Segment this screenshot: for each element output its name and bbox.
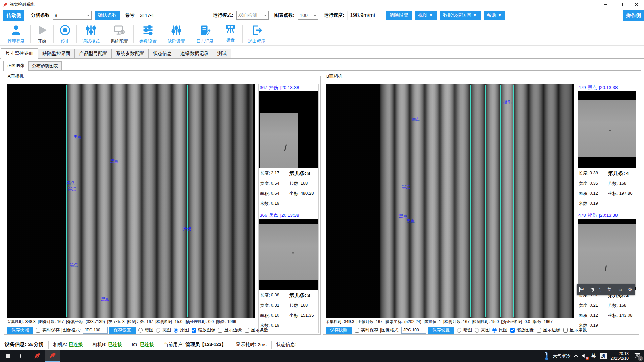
- dark-image-radio[interactable]: [457, 328, 461, 333]
- slit-count-dropdown[interactable]: 8: [53, 11, 92, 20]
- camera-b-title: B面相机: [325, 73, 344, 79]
- run-mode-dropdown[interactable]: 双面检测: [236, 11, 269, 20]
- confirm-count-button[interactable]: 确认条数: [95, 11, 120, 20]
- image-format-label: |图像格式:: [380, 327, 400, 333]
- current-user: 当前用户:管理员【123-123】: [159, 341, 231, 349]
- taskbar-app-vision-system[interactable]: [45, 350, 60, 362]
- action-exit-program[interactable]: 退出程序: [243, 23, 271, 44]
- close-button[interactable]: [629, 0, 644, 9]
- tab-product-config[interactable]: 产品型号配置: [75, 49, 112, 58]
- tab-size-monitor[interactable]: 尺寸监控界面: [1, 48, 38, 59]
- operate-side-button[interactable]: 操作侧: [623, 10, 644, 21]
- action-toolbar: 管理登录 开始 停止 调试模式 系统配置 参数设置 缺陷设置 日志记录 摄像: [0, 22, 644, 46]
- tab-system-params[interactable]: 系统参数配置: [112, 49, 149, 58]
- minimize-button[interactable]: [598, 0, 613, 9]
- original-image-radio[interactable]: [492, 328, 497, 333]
- window-title: 视觉检测系统: [10, 2, 34, 7]
- help-menu-button[interactable]: 帮助 ▼: [484, 11, 506, 20]
- defect-card-header[interactable]: 479 黑点 |20:13:38: [577, 84, 637, 91]
- sub-tab-strip: 正面图像 分布趋势图表: [3, 62, 641, 71]
- show-edge-checkbox[interactable]: [537, 328, 541, 333]
- taskbar-app-sogou[interactable]: [30, 350, 45, 362]
- zoom-image-checkbox[interactable]: [192, 328, 196, 333]
- image-format-dropdown[interactable]: JPG 100: [401, 327, 426, 334]
- action-debug-mode[interactable]: 调试模式: [77, 23, 105, 44]
- defect-card-list: 479 黑点 |20:13:38 长度:0.38 第几条:4 宽度:0.35 片…: [577, 84, 637, 333]
- dark-image-radio[interactable]: [138, 328, 143, 333]
- save-snapshot-button[interactable]: 保存快照: [7, 327, 33, 334]
- defect-card-header[interactable]: 478 挫伤 |20:13:38: [577, 212, 637, 219]
- sliders-vertical-icon: [85, 24, 97, 37]
- chart-points-dropdown[interactable]: 100: [298, 11, 318, 20]
- user-icon: [10, 24, 22, 37]
- tab-status-info[interactable]: 状态信息: [149, 49, 176, 58]
- system-tray: 天气寒冷 ✕ 英 拼 20:13 2025/2/10 6: [544, 351, 644, 361]
- image-format-dropdown[interactable]: JPG 100: [83, 327, 108, 334]
- ime-punctuation-icon[interactable]: ’,: [599, 287, 601, 292]
- tab-defect-monitor[interactable]: 缺陷监控界面: [38, 49, 75, 58]
- show-strips-checkbox[interactable]: [245, 328, 249, 333]
- defect-thumbnail[interactable]: [578, 219, 636, 290]
- camera-a-panel: A面相机 黑点 黑点 黑点 黑点 挫伤 黑点 黑点 367 挫伤 |20:13:…: [4, 76, 321, 335]
- action-param-settings[interactable]: 参数设置: [134, 23, 162, 44]
- notification-center-button[interactable]: 6: [634, 353, 641, 360]
- clock-date: 2025/2/10: [611, 356, 629, 361]
- action-system-config[interactable]: 系统配置: [105, 23, 133, 44]
- camera-b-image[interactable]: 黑点 挫伤 黑点 黑点 黑点: [326, 84, 574, 318]
- view-menu-button[interactable]: 视图 ▼: [415, 11, 437, 20]
- defect-thumbnail[interactable]: [259, 219, 318, 290]
- taskbar-clock[interactable]: 20:13 2025/2/10: [611, 351, 629, 361]
- sliders-horizontal-icon: [142, 24, 154, 37]
- drive-side-button[interactable]: 传动侧: [3, 10, 24, 21]
- weather-text[interactable]: 天气寒冷: [553, 353, 571, 359]
- bright-image-radio[interactable]: [156, 328, 160, 333]
- action-stop[interactable]: 停止: [54, 23, 76, 44]
- start-button[interactable]: [0, 350, 16, 362]
- show-edge-checkbox[interactable]: [218, 328, 222, 333]
- ime-language-indicator[interactable]: 英: [591, 353, 596, 359]
- status-message: 状态信息:: [272, 341, 301, 349]
- camera-a-controls: 保存快照 实时保存 |图像格式: JPG 100 保存设置 暗图 亮图 原图 缩…: [7, 326, 268, 334]
- original-image-radio[interactable]: [174, 328, 178, 333]
- quick-data-menu-button[interactable]: 数据快捷访问 ▼: [440, 11, 481, 20]
- task-view-button[interactable]: [16, 350, 30, 362]
- realtime-save-checkbox[interactable]: [355, 328, 359, 333]
- thermometer-icon[interactable]: [544, 352, 549, 360]
- roll-number-input[interactable]: [138, 11, 207, 20]
- ime-chinese-mode-icon[interactable]: 中: [579, 287, 585, 292]
- subtab-trend-chart[interactable]: 分布趋势图表: [28, 61, 62, 70]
- camera-b-controls: 保存快照 实时保存 |图像格式: JPG 100 保存设置 暗图 亮图 原图 缩…: [326, 326, 587, 334]
- tab-test[interactable]: 测试: [213, 49, 231, 58]
- zoom-image-checkbox[interactable]: [510, 328, 515, 333]
- defect-thumbnail[interactable]: [259, 91, 318, 168]
- action-camera[interactable]: 摄像: [219, 22, 242, 46]
- realtime-save-checkbox[interactable]: [36, 328, 40, 333]
- bright-image-radio[interactable]: [475, 328, 479, 333]
- clear-alarm-button[interactable]: 清除报警: [386, 11, 412, 20]
- save-settings-button[interactable]: 保存设置: [109, 327, 136, 334]
- action-start[interactable]: 开始: [31, 23, 53, 44]
- show-strips-checkbox[interactable]: [563, 328, 568, 333]
- defect-thumbnail[interactable]: [578, 91, 636, 168]
- ime-halfwidth-moon-icon[interactable]: [590, 288, 594, 292]
- action-defect-settings[interactable]: 缺陷设置: [162, 23, 191, 44]
- defect-card-header[interactable]: 367 挫伤 |20:13:38: [259, 84, 318, 91]
- tray-expand-chevron-icon[interactable]: [574, 355, 578, 358]
- save-settings-button[interactable]: 保存设置: [428, 327, 454, 334]
- pinyin-ime-icon[interactable]: 拼: [600, 353, 607, 359]
- ime-settings-gear-icon[interactable]: ⚙: [628, 286, 632, 293]
- chevron-down-icon: [264, 15, 267, 16]
- ime-emoji-icon[interactable]: ☺: [618, 287, 622, 292]
- detect-region-outline: [66, 85, 188, 317]
- save-snapshot-button[interactable]: 保存快照: [326, 327, 352, 334]
- maximize-button[interactable]: [613, 0, 629, 9]
- ime-simplified-icon[interactable]: 简: [607, 287, 612, 292]
- subtab-front-image[interactable]: 正面图像: [3, 61, 28, 71]
- volume-muted-icon[interactable]: ✕: [581, 353, 587, 359]
- defect-card-header[interactable]: 366 黑点 |20:13:38: [259, 212, 318, 219]
- tab-edge-data[interactable]: 边缘数据记录: [176, 49, 213, 58]
- action-admin-login[interactable]: 管理登录: [2, 23, 30, 44]
- action-log-record[interactable]: 日志记录: [191, 23, 219, 44]
- camera-a-image[interactable]: 黑点 黑点 黑点 黑点 挫伤 黑点 黑点: [7, 84, 255, 318]
- image-format-label: |图像格式:: [61, 327, 81, 333]
